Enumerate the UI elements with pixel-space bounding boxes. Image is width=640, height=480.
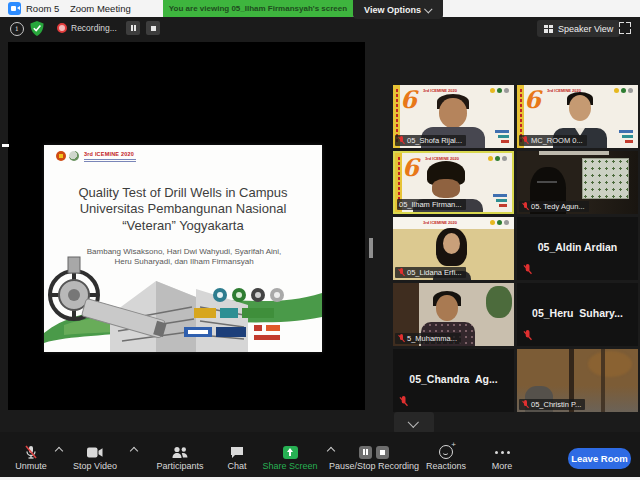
view-options-button[interactable]: View Options (353, 0, 443, 19)
stop-video-label: Stop Video (66, 461, 124, 471)
chat-bubble-icon (216, 444, 258, 460)
conference-name: 3rd ICEMINE 2020 (84, 151, 134, 157)
audio-options-caret[interactable] (55, 447, 63, 455)
shared-screen-area: 3rd ICEMINE 2020 Quality Test of Drill W… (8, 42, 365, 410)
muted-mic-icon (522, 330, 532, 341)
participant-tile-mc-room[interactable]: 3rd ICEMINE 2020 MC_ROOM 0... (517, 85, 638, 148)
speaker-view-button[interactable]: Speaker View (537, 20, 620, 37)
virtual-bg-brand: 3rd ICEMINE 2020 (423, 220, 457, 225)
participant-tile-heru-video-off[interactable]: 05_Heru Suhary... (517, 283, 638, 346)
muted-mic-icon (397, 268, 405, 277)
ceiling-light (539, 151, 609, 155)
chat-button[interactable]: Chat (216, 444, 258, 471)
participant-name: 05_Christin P... (531, 400, 581, 409)
tree-trunk (601, 349, 605, 412)
recording-indicator-icon (57, 23, 67, 33)
virtual-bg-logos (490, 220, 509, 225)
more-participants-button[interactable] (394, 412, 434, 434)
muted-mic-icon (6, 444, 56, 460)
zoom-app-icon (8, 2, 21, 15)
participant-video-grid: 3rd ICEMINE 2020 05_Shofa Rijal... 3rd I… (393, 85, 638, 412)
muted-mic-icon (397, 334, 405, 343)
university-logo (56, 151, 66, 161)
more-button[interactable]: More (482, 444, 522, 471)
window-title: Zoom Meeting (70, 3, 131, 14)
fullscreen-icon[interactable] (619, 22, 631, 34)
unmute-label: Unmute (6, 461, 56, 471)
icemine-6-logo (524, 89, 544, 115)
participant-name-label: 05. Tedy Agun... (519, 201, 589, 212)
participant-name: 05_Ilham Firman... (399, 200, 462, 209)
participant-name-label: MC_ROOM 0... (519, 135, 587, 146)
video-options-caret[interactable] (130, 447, 138, 455)
scrollbar-thumb[interactable] (369, 238, 373, 258)
participant-tile-tedy[interactable]: 05. Tedy Agun... (517, 151, 638, 214)
participant-name-label: 5_Muhamma... (395, 333, 461, 344)
muted-mic-icon (397, 136, 405, 145)
meeting-toolbar: Unmute Stop Video Particip (0, 432, 640, 477)
participants-label: Participants (147, 461, 213, 471)
participant-name-label: 05_Shofa Rijal... (395, 135, 466, 146)
leave-room-button[interactable]: Leave Room (568, 448, 631, 469)
share-screen-icon (258, 444, 322, 460)
encryption-shield-icon[interactable] (30, 21, 44, 36)
virtual-bg-logos (488, 156, 507, 161)
participant-tile-shofa[interactable]: 3rd ICEMINE 2020 05_Shofa Rijal... (393, 85, 514, 148)
participant-tile-muhammad[interactable]: 5_Muhamma... (393, 283, 514, 346)
participant-name: MC_ROOM 0... (531, 136, 583, 145)
participant-tile-ilham-active-speaker[interactable]: 3rd ICEMINE 2020 05_Ilham Firman... (393, 151, 514, 214)
participant-name: 05_Chandra Ag... (393, 373, 514, 385)
gallery-grid-icon (544, 25, 553, 33)
more-dots-icon (482, 444, 522, 460)
slide-title: Quality Test of Drill Wells in Campus Un… (58, 185, 308, 234)
conference-subtitle-lines (84, 158, 136, 162)
conference-logo (69, 151, 79, 161)
recording-label: Recording... (71, 23, 117, 33)
participant-tile-lidana[interactable]: 3rd ICEMINE 2020 05_Lidana Erfi... (393, 217, 514, 280)
unmute-button[interactable]: Unmute (6, 444, 56, 471)
zoom-meeting-window: Room 5 Zoom Meeting You are viewing 05_I… (0, 0, 640, 480)
viewing-screen-banner-text: You are viewing 05_Ilham Firmansyah's sc… (169, 4, 347, 13)
viewing-screen-banner: You are viewing 05_Ilham Firmansyah's sc… (163, 0, 353, 17)
participants-button[interactable]: Participants (147, 444, 213, 471)
chevron-down-icon (424, 5, 432, 13)
pause-stop-recording-icons (320, 444, 428, 460)
muted-mic-icon (521, 136, 529, 145)
speaker-view-label: Speaker View (558, 24, 613, 34)
meeting-info-icon[interactable] (10, 22, 24, 36)
stop-video-button[interactable]: Stop Video (66, 444, 124, 471)
virtual-bg-logos (614, 88, 633, 93)
view-options-label: View Options (364, 5, 421, 15)
virtual-bg-brand: 3rd ICEMINE 2020 (423, 88, 457, 93)
stop-recording-button[interactable] (146, 21, 160, 35)
pause-stop-recording-button[interactable]: Pause/Stop Recording (320, 444, 428, 471)
leave-room-label: Leave Room (571, 453, 628, 464)
participant-tile-chandra-video-off[interactable]: 05_Chandra Ag... (393, 349, 514, 412)
reactions-label: Reactions (420, 461, 472, 471)
share-screen-button[interactable]: Share Screen (258, 444, 322, 471)
slide-artwork (44, 255, 322, 352)
pause-recording-button[interactable] (126, 21, 140, 35)
virtual-bg-sponsors (493, 194, 507, 207)
virtual-bg-logos (490, 88, 509, 93)
muted-mic-icon (521, 400, 529, 409)
presentation-slide: 3rd ICEMINE 2020 Quality Test of Drill W… (44, 145, 322, 352)
background-plant (486, 286, 512, 318)
virtual-bg-sponsors (495, 130, 509, 143)
reactions-smiley-icon (420, 444, 472, 460)
pause-stop-recording-label: Pause/Stop Recording (320, 461, 428, 471)
participant-name: 05_Heru Suhary... (517, 307, 638, 319)
muted-mic-icon (522, 264, 532, 275)
muted-mic-icon (521, 202, 529, 211)
wall-poster (582, 158, 629, 199)
participant-name-label: 05_Christin P... (519, 399, 585, 410)
participant-name: 05. Tedy Agun... (531, 202, 585, 211)
chevron-down-icon (408, 417, 419, 428)
room-name: Room 5 (26, 3, 59, 14)
participant-tile-aldin-video-off[interactable]: 05_Aldin Ardian (517, 217, 638, 280)
chat-label: Chat (216, 461, 258, 471)
participant-name-label: 05_Lidana Erfi... (395, 267, 466, 278)
participant-tile-christin[interactable]: 05_Christin P... (517, 349, 638, 412)
reactions-button[interactable]: Reactions (420, 444, 472, 471)
participant-name: 05_Shofa Rijal... (407, 136, 462, 145)
